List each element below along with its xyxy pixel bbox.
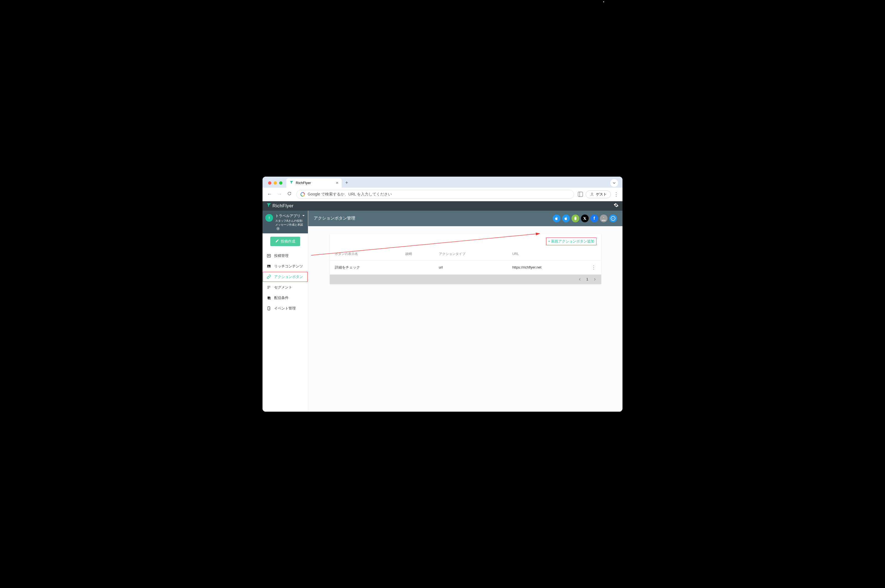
- brand[interactable]: RichFlyer: [266, 202, 294, 209]
- browser-toolbar: ← → Google で検索するか、URL を入力してください ゲスト ⋮: [262, 188, 622, 201]
- page-title: アクションボタン管理: [314, 216, 355, 221]
- role-line1: スタッフAさんの役割:: [275, 219, 303, 222]
- browser-chrome: RichFlyer × + ← → Google で検索するか、URL を入力し…: [262, 177, 622, 201]
- tab-search-button[interactable]: [610, 179, 618, 187]
- platform-safari-icon[interactable]: [609, 214, 617, 222]
- svg-point-1: [591, 193, 592, 194]
- add-button-highlight: + 新規アクションボタン追加: [546, 238, 596, 245]
- nav-label: アクションボタン: [274, 274, 303, 279]
- platform-x-icon[interactable]: [581, 214, 589, 222]
- side-panel-icon[interactable]: [578, 192, 583, 197]
- browser-tab[interactable]: RichFlyer ×: [286, 178, 342, 188]
- link-icon: [266, 274, 272, 279]
- table-row[interactable]: 詳細をチェック url https://richflyer.net ⋮: [330, 260, 601, 274]
- sidebar-header: トラベルアプリ スタッフAさんの役割: メッセージ作成と承認 ?: [262, 211, 308, 233]
- site-name: トラベルアプリ: [275, 213, 300, 218]
- address-placeholder: Google で検索するか、URL を入力してください: [308, 192, 392, 197]
- app-body: トラベルアプリ スタッフAさんの役割: メッセージ作成と承認 ?: [262, 211, 622, 412]
- browser-menu-icon[interactable]: ⋮: [614, 191, 619, 197]
- nav-label: 配信条件: [274, 296, 288, 300]
- minimize-window-button[interactable]: [274, 182, 277, 184]
- cell-description: [400, 260, 434, 274]
- platform-apple-icon[interactable]: [553, 214, 561, 222]
- platform-apple-alt-icon[interactable]: [562, 214, 570, 222]
- chevron-down-icon: [302, 214, 305, 218]
- nav-item-posts[interactable]: 投稿管理: [262, 250, 308, 261]
- nav-label: イベント管理: [274, 306, 296, 311]
- add-action-button[interactable]: + 新規アクションボタン追加: [548, 239, 594, 244]
- col-actions: [586, 248, 601, 261]
- compose-wrap: 投稿作成: [262, 233, 308, 249]
- row-menu-icon[interactable]: ⋮: [586, 260, 601, 274]
- svg-rect-12: [267, 297, 270, 299]
- pagination: 1: [330, 274, 601, 284]
- nav-label: リッチコンテンツ: [274, 264, 303, 269]
- back-button[interactable]: ←: [266, 191, 273, 197]
- reload-button[interactable]: [286, 191, 292, 197]
- tab-close-icon[interactable]: ×: [336, 180, 338, 186]
- main-header: アクションボタン管理 f WEB: [308, 211, 622, 226]
- nav-label: セグメント: [274, 285, 292, 290]
- new-tab-button[interactable]: +: [343, 179, 351, 187]
- prev-page-button[interactable]: [579, 277, 581, 282]
- platform-web-icon[interactable]: WEB: [600, 214, 608, 222]
- nav-item-conditions[interactable]: 配信条件: [262, 292, 308, 303]
- nav-item-segment[interactable]: セグメント: [262, 282, 308, 292]
- address-bar[interactable]: Google で検索するか、URL を入力してください: [296, 190, 574, 199]
- col-description: 説明: [400, 248, 434, 261]
- maximize-window-button[interactable]: [279, 182, 282, 184]
- brand-mark-icon: [266, 202, 272, 209]
- platform-android-icon[interactable]: [572, 214, 579, 222]
- svg-point-2: [269, 216, 269, 217]
- current-page: 1: [586, 277, 588, 281]
- help-icon[interactable]: ?: [276, 227, 280, 230]
- col-action-type: アクションタイプ: [434, 248, 507, 261]
- guest-label: ゲスト: [596, 192, 607, 197]
- col-url: URL: [507, 248, 586, 261]
- nav-label: 投稿管理: [274, 253, 288, 258]
- tab-bar: RichFlyer × +: [262, 177, 622, 188]
- nav: 投稿管理 リッチコンテンツ アクションボタン セグメント: [262, 249, 308, 315]
- col-display-name: ボタンの表示名: [330, 248, 400, 261]
- next-page-button[interactable]: [593, 277, 596, 282]
- platform-facebook-icon[interactable]: f: [590, 214, 598, 222]
- avatar: [265, 214, 273, 222]
- action-button-card: + 新規アクションボタン追加 ボタンの表示名 説明 アクションタイプ URL: [330, 234, 601, 284]
- platform-icons: f WEB: [553, 214, 617, 222]
- tab-title: RichFlyer: [296, 181, 311, 185]
- brand-text: RichFlyer: [273, 203, 294, 209]
- person-icon: [590, 192, 594, 196]
- nav-item-action-button[interactable]: アクションボタン: [262, 272, 308, 282]
- pencil-icon: [275, 239, 279, 244]
- compose-label: 投稿作成: [281, 239, 295, 244]
- site-info: トラベルアプリ スタッフAさんの役割: メッセージ作成と承認 ?: [275, 213, 305, 231]
- content-area: + 新規アクションボタン追加 ボタンの表示名 説明 アクションタイプ URL: [308, 226, 622, 412]
- card-header: + 新規アクションボタン追加: [330, 234, 601, 248]
- svg-point-7: [268, 266, 268, 266]
- cell-url: https://richflyer.net: [507, 260, 586, 274]
- compose-button[interactable]: 投稿作成: [270, 237, 300, 246]
- list-icon: [266, 254, 272, 258]
- image-icon: [266, 264, 272, 268]
- cell-action-type: url: [434, 260, 507, 274]
- window-controls: [265, 182, 285, 184]
- web-label: WEB: [602, 219, 606, 221]
- action-button-table: ボタンの表示名 説明 アクションタイプ URL 詳細をチェック: [330, 248, 601, 274]
- layers-icon: [266, 296, 272, 300]
- close-window-button[interactable]: [268, 182, 272, 184]
- nav-item-events[interactable]: イベント管理: [262, 303, 308, 314]
- nav-item-rich-contents[interactable]: リッチコンテンツ: [262, 261, 308, 272]
- browser-window: RichFlyer × + ← → Google で検索するか、URL を入力し…: [262, 177, 622, 412]
- forward-button[interactable]: →: [276, 191, 282, 197]
- toolbar-right: ゲスト ⋮: [578, 190, 619, 198]
- settings-icon[interactable]: [614, 202, 619, 209]
- tab-favicon-icon: [290, 180, 294, 185]
- app-header: RichFlyer: [262, 201, 622, 211]
- google-icon: [300, 192, 305, 196]
- profile-button[interactable]: ゲスト: [586, 190, 611, 198]
- app: RichFlyer トラベルアプリ: [262, 201, 622, 412]
- sidebar: トラベルアプリ スタッフAさんの役割: メッセージ作成と承認 ?: [262, 211, 308, 412]
- site-selector[interactable]: トラベルアプリ: [275, 213, 305, 218]
- event-icon: [266, 306, 272, 310]
- role-text: スタッフAさんの役割: メッセージ作成と承認 ?: [275, 219, 305, 231]
